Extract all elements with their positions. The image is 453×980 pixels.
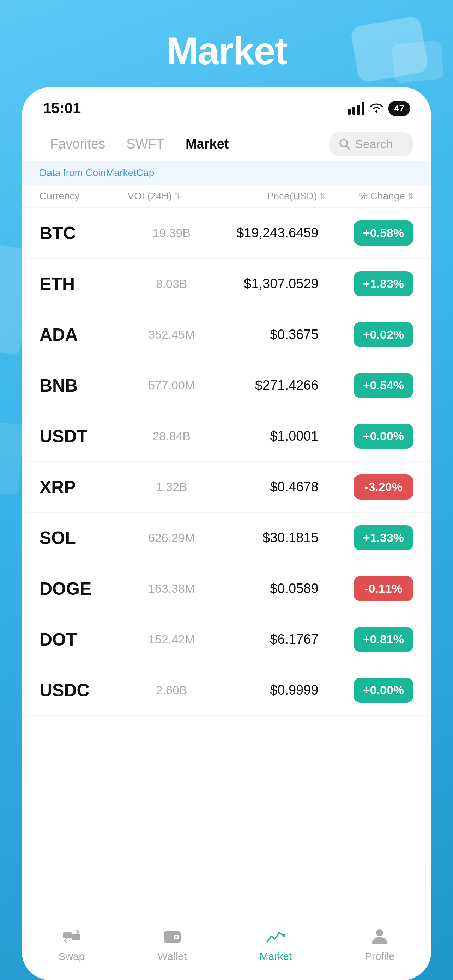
price-value: $0.3675 — [216, 327, 326, 342]
nav-item-swap[interactable]: Swap — [58, 926, 85, 963]
col-price[interactable]: Price(USD) ⇅ — [216, 191, 326, 202]
nav-label-market: Market — [260, 950, 292, 963]
swap-icon — [61, 926, 82, 947]
bottom-nav: Swap Wallet Market — [22, 915, 431, 980]
coin-symbol: DOGE — [40, 579, 127, 599]
change-badge: +0.00% — [353, 424, 413, 449]
price-value: $0.9999 — [216, 682, 326, 698]
table-row[interactable]: SOL 626.29M $30.1815 +1.33% — [22, 512, 431, 563]
battery-icon: 47 — [388, 101, 410, 116]
vol-value: 19.39B — [127, 226, 215, 240]
table-row[interactable]: BTC 19.39B $19,243.6459 +0.58% — [22, 208, 431, 259]
page-title-area: Market — [0, 0, 453, 87]
table-body: BTC 19.39B $19,243.6459 +0.58% ETH 8.03B… — [22, 208, 431, 915]
col-change[interactable]: % Change ⇅ — [326, 191, 413, 202]
table-row[interactable]: DOGE 163.38M $0.0589 -0.11% — [22, 563, 431, 614]
nav-label-wallet: Wallet — [158, 950, 187, 963]
status-time: 15:01 — [43, 100, 81, 117]
data-source-label: Data from CoinMarketCap — [22, 161, 431, 185]
search-placeholder: Search — [355, 137, 393, 151]
coin-symbol: BNB — [40, 375, 127, 396]
svg-line-1 — [347, 146, 350, 149]
svg-rect-2 — [63, 932, 72, 939]
wifi-icon — [369, 103, 383, 114]
price-value: $1.0001 — [216, 429, 326, 444]
search-icon — [339, 138, 351, 150]
svg-rect-3 — [72, 934, 80, 940]
tab-swft[interactable]: SWFT — [116, 131, 175, 158]
vol-value: 152.42M — [127, 633, 215, 646]
svg-point-6 — [175, 936, 178, 938]
change-badge: -3.20% — [353, 474, 413, 500]
coin-symbol: ADA — [40, 325, 127, 345]
coin-symbol: ETH — [40, 274, 127, 294]
price-value: $6.1767 — [216, 632, 326, 647]
change-badge: -0.11% — [353, 576, 413, 601]
page-title: Market — [0, 28, 453, 73]
vol-value: 28.84B — [127, 430, 215, 443]
wallet-icon — [162, 926, 183, 947]
change-badge: +0.00% — [353, 678, 413, 703]
col-currency: Currency — [40, 191, 127, 202]
nav-label-profile: Profile — [365, 950, 395, 963]
tab-favorites[interactable]: Favorites — [40, 131, 116, 158]
phone-frame: 15:01 47 Favorites SWFT Mar — [22, 87, 431, 980]
svg-point-7 — [283, 934, 285, 937]
vol-value: 626.29M — [127, 531, 215, 545]
signal-icon — [348, 102, 364, 115]
price-value: $19,243.6459 — [216, 226, 326, 240]
nav-tabs: Favorites SWFT Market Search — [22, 124, 431, 158]
coin-symbol: XRP — [40, 477, 127, 497]
coin-symbol: USDT — [40, 426, 127, 447]
vol-value: 2.60B — [127, 683, 215, 697]
coin-symbol: USDC — [40, 680, 127, 701]
change-badge: +0.81% — [353, 627, 413, 652]
price-value: $30.1815 — [216, 530, 326, 546]
table-header: Currency VOL(24H) ⇅ Price(USD) ⇅ % Chang… — [22, 185, 431, 208]
table-row[interactable]: ADA 352.45M $0.3675 +0.02% — [22, 309, 431, 360]
search-box[interactable]: Search — [329, 132, 413, 156]
vol-value: 163.38M — [127, 582, 215, 595]
vol-value: 577.00M — [127, 379, 215, 392]
status-bar: 15:01 47 — [22, 87, 431, 124]
change-badge: +0.02% — [353, 322, 413, 347]
table-row[interactable]: XRP 1.32B $0.4678 -3.20% — [22, 462, 431, 512]
nav-item-wallet[interactable]: Wallet — [158, 926, 187, 963]
table-row[interactable]: ETH 8.03B $1,307.0529 +1.83% — [22, 259, 431, 309]
table-row[interactable]: BNB 577.00M $271.4266 +0.54% — [22, 360, 431, 411]
price-value: $1,307.0529 — [216, 276, 326, 291]
vol-value: 1.32B — [127, 480, 215, 494]
coin-symbol: DOT — [40, 629, 127, 650]
price-value: $0.4678 — [216, 479, 326, 495]
col-vol[interactable]: VOL(24H) ⇅ — [127, 191, 215, 202]
change-badge: +0.54% — [353, 373, 413, 398]
table-row[interactable]: USDC 2.60B $0.9999 +0.00% — [22, 665, 431, 716]
vol-value: 352.45M — [127, 328, 215, 342]
change-badge: +1.83% — [353, 271, 413, 296]
change-badge: +1.33% — [353, 525, 413, 550]
table-row[interactable]: DOT 152.42M $6.1767 +0.81% — [22, 614, 431, 665]
coin-symbol: SOL — [40, 528, 127, 548]
change-badge: +0.58% — [353, 221, 413, 245]
profile-icon — [369, 926, 390, 947]
status-icons: 47 — [348, 101, 410, 116]
price-value: $271.4266 — [216, 378, 326, 393]
nav-label-swap: Swap — [58, 950, 85, 963]
svg-point-8 — [376, 929, 383, 936]
market-icon — [265, 926, 286, 947]
table-row[interactable]: USDT 28.84B $1.0001 +0.00% — [22, 411, 431, 462]
nav-item-market[interactable]: Market — [260, 926, 292, 963]
nav-item-profile[interactable]: Profile — [365, 926, 395, 963]
tab-market[interactable]: Market — [175, 131, 240, 158]
price-value: $0.0589 — [216, 581, 326, 596]
vol-value: 8.03B — [127, 277, 215, 291]
coin-symbol: BTC — [40, 223, 127, 243]
